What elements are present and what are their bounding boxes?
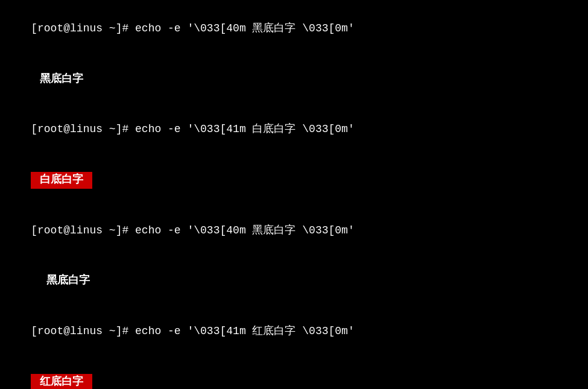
terminal-line: [root@linus ~]# echo -e '\033[41m 红底白字 \… [5, 306, 583, 357]
terminal-line: 黑底白字 [5, 256, 583, 306]
terminal-line: [root@linus ~]# echo -e '\033[40m 黑底白字 \… [5, 4, 583, 54]
terminal-line: 白底白字 [5, 155, 583, 206]
colored-text: 白底白字 [31, 172, 92, 189]
prompt: [root@linus ~]# echo -e '\033[40m 黑底白字 \… [31, 224, 354, 236]
colored-text: 黑底白字 [37, 273, 99, 289]
terminal: [root@linus ~]# echo -e '\033[40m 黑底白字 \… [5, 4, 583, 389]
terminal-line: [root@linus ~]# echo -e '\033[41m 白底白字 \… [5, 104, 583, 155]
prompt: [root@linus ~]# echo -e '\033[41m 白底白字 \… [31, 123, 354, 135]
colored-text: 黑底白字 [31, 71, 92, 88]
terminal-line: 黑底白字 [5, 54, 583, 105]
terminal-line: [root@linus ~]# echo -e '\033[40m 黑底白字 \… [5, 206, 583, 256]
colored-text: 红底白字 [31, 374, 92, 389]
prompt: [root@linus ~]# echo -e '\033[41m 红底白字 \… [31, 325, 354, 337]
prompt: [root@linus ~]# echo -e '\033[40m 黑底白字 \… [31, 22, 354, 34]
terminal-line: 红底白字 [5, 357, 583, 389]
